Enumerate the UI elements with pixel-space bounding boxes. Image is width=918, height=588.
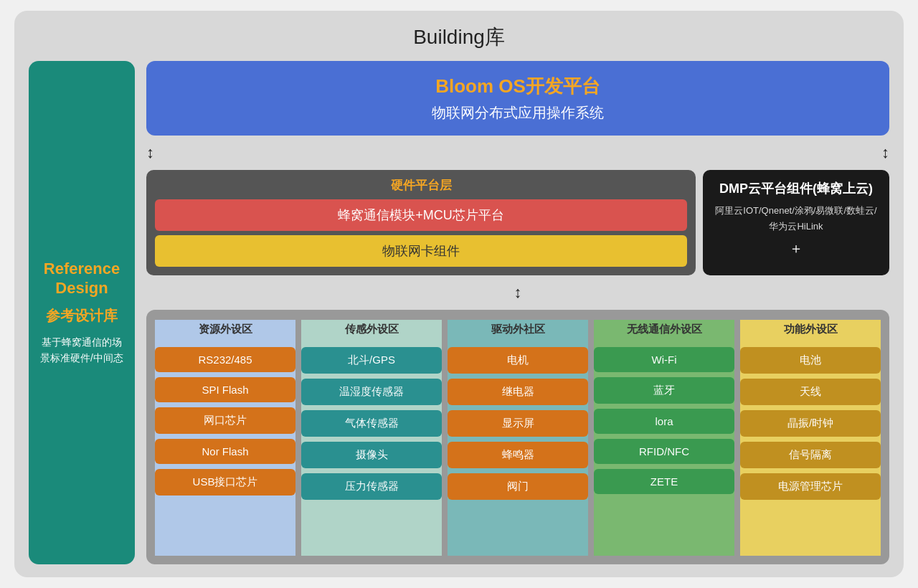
periph-item-antenna: 天线: [740, 379, 881, 405]
periph-col-sensor: 传感外设区 北斗/GPS 温湿度传感器 气体传感器 摄像头 压力传感器: [301, 320, 442, 556]
periph-item-net-chip: 网口芯片: [155, 407, 295, 434]
periph-item-buzzer: 蜂鸣器: [448, 442, 588, 468]
periph-col-wireless: 无线通信外设区 Wi-Fi 蓝牙 lora RFID/NFC ZETE: [594, 320, 734, 556]
arrow-hw-to-periph: ↕: [146, 283, 889, 303]
periph-col-driver: 驱动外社区 电机 继电器 显示屏 蜂鸣器 阀门: [448, 320, 588, 556]
periph-item-motor: 电机: [448, 347, 588, 374]
sidebar-design: Design: [55, 278, 108, 299]
periph-item-beidou: 北斗/GPS: [301, 347, 442, 374]
peripheral-area: 资源外设区 RS232/485 SPI Flash 网口芯片 Nor Flash…: [146, 310, 889, 564]
periph-item-power-mgmt: 电源管理芯片: [740, 473, 881, 500]
bloom-os-block: Bloom OS开发平台 物联网分布式应用操作系统: [146, 61, 889, 136]
hw-iot: 物联网卡组件: [155, 235, 687, 267]
double-arrow-icon-3: ↕: [514, 283, 522, 302]
periph-item-display: 显示屏: [448, 410, 588, 437]
sidebar-ref: Reference: [44, 260, 120, 278]
periph-item-wifi: Wi-Fi: [594, 347, 734, 372]
periph-item-crystal: 晶振/时钟: [740, 410, 881, 437]
periph-item-pressure: 压力传感器: [301, 473, 442, 500]
periph-col-resource-header: 资源外设区: [155, 320, 295, 342]
main-layout: Reference Design 参考设计库 基于蜂窝通信的场景标准硬件/中间态…: [29, 61, 889, 564]
periph-item-temp-humid: 温湿度传感器: [301, 379, 442, 405]
periph-item-valve: 阀门: [448, 473, 588, 500]
hardware-platform: 硬件平台层 蜂窝通信模块+MCU芯片平台 物联网卡组件: [146, 170, 696, 275]
periph-item-camera: 摄像头: [301, 442, 442, 468]
periph-col-function-header: 功能外设区: [740, 320, 881, 342]
page-title: Building库: [29, 24, 889, 51]
dmp-desc: 阿里云IOT/Qnenet/涂鸦/易微联/数蛙云/ 华为云HiLink: [714, 203, 878, 234]
periph-item-relay: 继电器: [448, 379, 588, 405]
hw-title: 硬件平台层: [155, 177, 687, 194]
arrow-bloom-to-hw: ↕ ↕: [146, 143, 889, 163]
periph-col-sensor-header: 传感外设区: [301, 320, 442, 342]
periph-item-battery: 电池: [740, 347, 881, 374]
periph-col-function: 功能外设区 电池 天线 晶振/时钟 信号隔离 电源管理芯片: [740, 320, 881, 556]
periph-item-lora: lora: [594, 409, 734, 434]
periph-item-rs232: RS232/485: [155, 347, 295, 372]
sidebar: Reference Design 参考设计库 基于蜂窝通信的场景标准硬件/中间态: [29, 61, 135, 564]
right-area: Bloom OS开发平台 物联网分布式应用操作系统 ↕ ↕ 硬件平台层 蜂窝通信…: [146, 61, 889, 564]
periph-col-driver-header: 驱动外社区: [448, 320, 588, 342]
periph-item-signal-iso: 信号隔离: [740, 442, 881, 468]
periph-item-spi-flash: SPI Flash: [155, 377, 295, 402]
sidebar-cn: 参考设计库: [46, 306, 118, 326]
bloom-subtitle: 物联网分布式应用操作系统: [168, 103, 868, 123]
bloom-title: Bloom OS开发平台: [168, 74, 868, 99]
outer-container: Building库 Reference Design 参考设计库 基于蜂窝通信的…: [14, 11, 904, 577]
periph-item-gas-sensor: 气体传感器: [301, 410, 442, 437]
sidebar-desc: 基于蜂窝通信的场景标准硬件/中间态: [39, 334, 125, 366]
hw-comm: 蜂窝通信模块+MCU芯片平台: [155, 199, 687, 231]
periph-item-usb-chip: USB接口芯片: [155, 469, 295, 495]
middle-row: 硬件平台层 蜂窝通信模块+MCU芯片平台 物联网卡组件 DMP云平台组件(蜂窝上…: [146, 170, 889, 275]
dmp-title: DMP云平台组件(蜂窝上云): [714, 180, 878, 197]
dmp-plus: ＋: [714, 239, 878, 258]
periph-col-wireless-header: 无线通信外设区: [594, 320, 734, 342]
periph-item-bluetooth: 蓝牙: [594, 377, 734, 404]
double-arrow-icon-2: ↕: [881, 143, 889, 162]
periph-item-rfid: RFID/NFC: [594, 439, 734, 464]
periph-item-nor-flash: Nor Flash: [155, 439, 295, 464]
periph-item-zete: ZETE: [594, 469, 734, 494]
double-arrow-icon: ↕: [146, 143, 154, 162]
periph-col-resource: 资源外设区 RS232/485 SPI Flash 网口芯片 Nor Flash…: [155, 320, 295, 556]
dmp-cloud: DMP云平台组件(蜂窝上云) 阿里云IOT/Qnenet/涂鸦/易微联/数蛙云/…: [703, 170, 889, 275]
